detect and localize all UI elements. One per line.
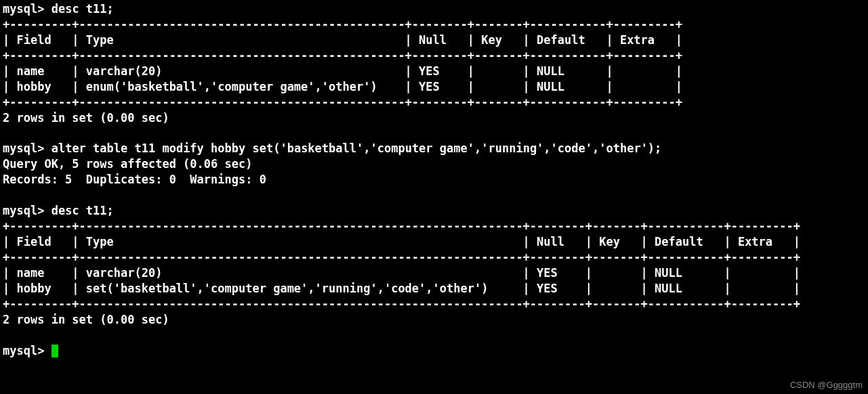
table2-footer: 2 rows in set (0.00 sec) — [3, 313, 169, 326]
table1-border-mid: +---------+-----------------------------… — [3, 49, 682, 62]
table2-row-0: | name | varchar(20) | YES | | NULL | | — [3, 266, 800, 280]
table2-border-bot: +---------+-----------------------------… — [3, 297, 800, 311]
table1-border-top: +---------+-----------------------------… — [3, 18, 682, 31]
table1-row-0: | name | varchar(20) | YES | | NULL | | — [3, 64, 682, 78]
table1-header: | Field | Type | Null | Key | Default | … — [3, 33, 682, 47]
prompt: mysql> — [3, 344, 44, 357]
terminal-output: mysql> desc t11; +---------+------------… — [3, 1, 865, 359]
prompt: mysql> — [3, 141, 44, 155]
alter-result-line2: Records: 5 Duplicates: 0 Warnings: 0 — [3, 173, 266, 186]
cursor[interactable] — [51, 345, 58, 357]
table2-border-mid: +---------+-----------------------------… — [3, 250, 800, 264]
watermark: CSDN @Gggggtm — [790, 379, 863, 391]
table1-row-1: | hobby | enum('basketball','computer ga… — [3, 80, 682, 93]
prompt: mysql> — [3, 2, 44, 16]
table2-border-top: +---------+-----------------------------… — [3, 219, 800, 233]
command-desc1: desc t11; — [51, 2, 114, 16]
table2-header: | Field | Type | Null | Key | Default | … — [3, 235, 800, 248]
table1-footer: 2 rows in set (0.00 sec) — [3, 111, 169, 125]
command-alter: alter table t11 modify hobby set('basket… — [51, 141, 662, 155]
command-desc2: desc t11; — [51, 204, 114, 217]
prompt: mysql> — [3, 204, 44, 217]
terminal-window[interactable]: mysql> desc t11; +---------+------------… — [0, 0, 868, 394]
table2-row-1: | hobby | set('basketball','computer gam… — [3, 282, 800, 295]
table1-border-bot: +---------+-----------------------------… — [3, 95, 682, 109]
alter-result-line1: Query OK, 5 rows affected (0.06 sec) — [3, 157, 252, 171]
